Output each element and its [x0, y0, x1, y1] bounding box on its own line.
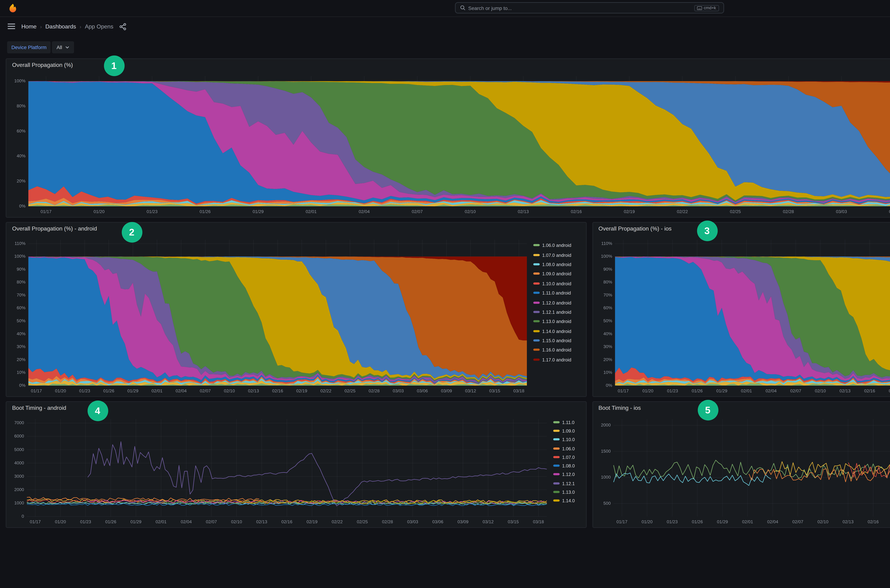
series-color-swatch: [533, 358, 539, 361]
series-color-swatch: [533, 244, 539, 246]
legend-item[interactable]: 1.12.0: [553, 470, 581, 479]
series-color-swatch: [533, 292, 539, 294]
legend-item[interactable]: 1.12.1 android: [533, 307, 581, 317]
variable-value-dropdown[interactable]: All: [52, 41, 74, 53]
series-color-swatch: [533, 330, 539, 332]
legend-item[interactable]: 1.17.0 android: [533, 355, 581, 364]
dashboard-toolbar: Home › Dashboards › App Opens Add: [0, 17, 890, 36]
legend-item[interactable]: 1.11.0 android: [533, 288, 581, 298]
search-input[interactable]: Search or jump to... cmd+k: [455, 2, 724, 14]
series-name: 1.11.0: [562, 420, 574, 424]
legend-item[interactable]: 1.13.0: [553, 488, 581, 496]
series-color-swatch: [533, 320, 539, 322]
legend-item[interactable]: 1.13.0 android: [533, 317, 581, 326]
series-color-swatch: [553, 491, 559, 493]
series-color-swatch: [533, 273, 539, 275]
breadcrumb-separator: ›: [80, 24, 81, 29]
time-series-chart[interactable]: [11, 236, 530, 395]
variable-label[interactable]: Device Platform: [7, 41, 51, 53]
breadcrumb-separator: ›: [40, 24, 42, 29]
legend-item[interactable]: 1.14.0: [553, 496, 581, 505]
panel-overall-propagation-ios: Overall Propagation (%) - ios 1.06.0 ios…: [592, 222, 890, 397]
legend-item[interactable]: 1.08.0: [553, 461, 581, 470]
legend-item[interactable]: 1.09.0: [553, 426, 581, 435]
series-name: 1.07.0: [562, 454, 575, 459]
series-name: 1.09.0 android: [542, 271, 571, 276]
series-color-swatch: [533, 301, 539, 303]
series-name: 1.12.1: [562, 481, 575, 486]
legend-item[interactable]: 1.16.0 android: [533, 345, 581, 355]
series-name: 1.15.0 android: [542, 338, 571, 343]
keyboard-icon: [698, 6, 702, 10]
series-name: 1.11.0 android: [542, 291, 571, 296]
series-name: 1.13.0: [562, 489, 575, 495]
series-name: 1.12.0 android: [542, 300, 571, 305]
series-name: 1.14.0 android: [542, 328, 571, 333]
legend-item[interactable]: 1.08.0 android: [533, 260, 581, 269]
series-name: 1.06.0 android: [542, 243, 571, 248]
panel-title[interactable]: Boot Timing - ios: [597, 405, 890, 415]
series-name: 1.10.0 android: [542, 281, 571, 286]
panel-title[interactable]: Overall Propagation (%) - ios: [597, 225, 890, 236]
time-series-chart[interactable]: [597, 236, 890, 395]
series-color-swatch: [533, 254, 539, 256]
series-color-swatch: [533, 311, 539, 313]
series-name: 1.12.0: [562, 472, 575, 477]
series-color-swatch: [553, 482, 559, 484]
panel-overall-propagation-android: Overall Propagation (%) - android 1.06.0…: [6, 222, 586, 397]
series-name: 1.07.0 android: [542, 252, 571, 257]
chart-legend: 1.06.0 android1.07.0 android1.08.0 andro…: [533, 236, 581, 395]
series-color-swatch: [553, 456, 559, 458]
series-color-swatch: [553, 421, 559, 423]
series-color-swatch: [553, 447, 559, 449]
time-series-chart[interactable]: [11, 415, 550, 526]
share-icon[interactable]: [119, 22, 127, 30]
legend-item[interactable]: 1.12.0 android: [533, 297, 581, 307]
panel-boot-timing-ios: Boot Timing - ios 1.10.01.09.01.07.01.12…: [592, 401, 890, 528]
legend-item[interactable]: 1.07.0: [553, 453, 581, 461]
legend-item[interactable]: 1.15.0 android: [533, 336, 581, 345]
series-color-swatch: [553, 474, 559, 476]
time-series-chart[interactable]: [597, 415, 890, 526]
breadcrumb-current: App Opens: [85, 23, 113, 30]
filter-bar: Device Platform All: [0, 36, 890, 58]
time-series-chart[interactable]: [11, 72, 890, 216]
breadcrumb: Home › Dashboards › App Opens: [21, 23, 113, 30]
legend-item[interactable]: 1.09.0 android: [533, 269, 581, 279]
series-name: 1.06.0: [562, 446, 575, 451]
legend-item[interactable]: 1.10.0: [553, 435, 581, 444]
legend-item[interactable]: 1.06.0 android: [533, 240, 581, 250]
mega-menu-icon[interactable]: [7, 22, 16, 31]
series-name: 1.09.0: [562, 428, 575, 433]
chart-legend: 1.11.01.09.01.10.01.06.01.07.01.08.01.12…: [553, 415, 581, 526]
grafana-logo[interactable]: [7, 3, 18, 14]
series-color-swatch: [553, 438, 559, 441]
search-icon: [460, 5, 466, 10]
series-name: 1.13.0 android: [542, 319, 571, 324]
series-name: 1.12.1 android: [542, 309, 571, 315]
dashboard-panels: Overall Propagation (%) V 1.06.0V 1.07.0…: [6, 58, 890, 588]
legend-item[interactable]: 1.07.0 android: [533, 250, 581, 260]
breadcrumb-home[interactable]: Home: [21, 23, 36, 30]
series-color-swatch: [533, 263, 539, 266]
series-color-swatch: [533, 349, 539, 351]
panel-overall-propagation: Overall Propagation (%) V 1.06.0V 1.07.0…: [6, 58, 890, 218]
legend-item[interactable]: 1.14.0 android: [533, 326, 581, 336]
panel-title[interactable]: Overall Propagation (%) - android: [11, 225, 581, 236]
series-color-swatch: [533, 339, 539, 342]
legend-item[interactable]: 1.10.0 android: [533, 279, 581, 288]
legend-item[interactable]: 1.12.1: [553, 479, 581, 488]
series-color-swatch: [553, 465, 559, 467]
series-color-swatch: [553, 430, 559, 432]
series-name: 1.08.0 android: [542, 262, 571, 267]
panel-boot-timing-android: Boot Timing - android 1.11.01.09.01.10.0…: [6, 401, 586, 528]
breadcrumb-dashboards[interactable]: Dashboards: [45, 23, 76, 30]
top-bar: Search or jump to... cmd+k + ? Sign in: [0, 0, 890, 17]
legend-item[interactable]: 1.11.0: [553, 418, 581, 426]
series-name: 1.10.0: [562, 437, 575, 442]
series-color-swatch: [553, 500, 559, 502]
panel-title[interactable]: Overall Propagation (%): [11, 62, 890, 72]
search-shortcut-badge: cmd+k: [695, 4, 719, 11]
series-name: 1.14.0: [562, 498, 575, 503]
legend-item[interactable]: 1.06.0: [553, 444, 581, 453]
